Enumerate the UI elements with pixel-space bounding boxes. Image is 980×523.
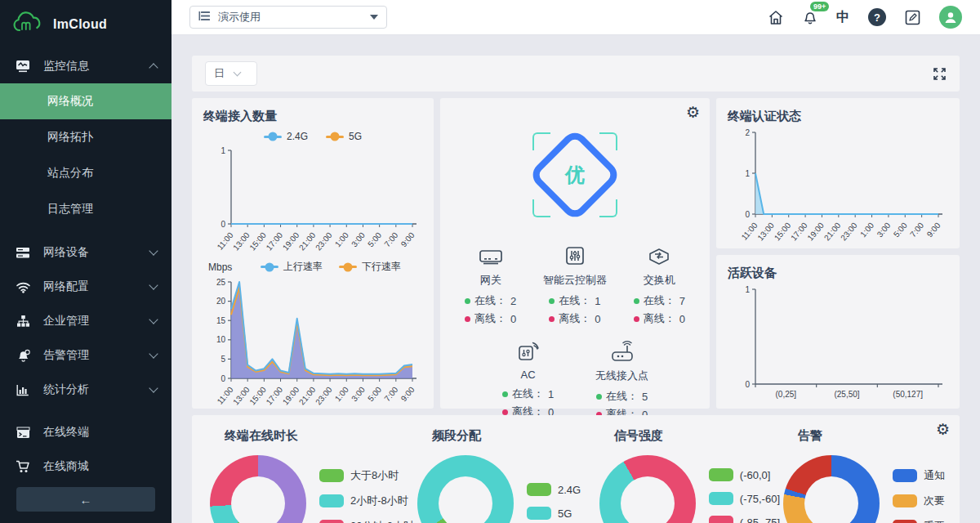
svg-text:19:00: 19:00 — [805, 221, 826, 243]
offline-dot — [465, 316, 470, 322]
online-stat: 在线：1 — [492, 387, 564, 401]
svg-text:19:00: 19:00 — [281, 385, 301, 407]
period-select[interactable]: 日 — [205, 61, 257, 86]
svg-text:23:00: 23:00 — [314, 230, 334, 253]
svg-text:11:00: 11:00 — [215, 385, 234, 406]
y-axis-unit: Mbps — [208, 262, 232, 273]
svg-text:15:00: 15:00 — [773, 221, 793, 243]
network-device-icon — [15, 247, 31, 259]
section-title: 信号强度 — [614, 428, 780, 444]
cloud-controller-icon — [539, 242, 611, 266]
sidebar-item-network-config[interactable]: 网络配置 — [0, 270, 172, 304]
feedback-edit-icon[interactable] — [905, 10, 920, 25]
legend-item[interactable]: 5G — [527, 507, 581, 520]
offline-dot — [502, 409, 508, 415]
online-stat: 在线：1 — [539, 293, 611, 308]
legend-item[interactable]: 重要 — [893, 519, 945, 523]
legend-item[interactable]: (-85,-75] — [709, 516, 780, 523]
rate-chart: 051015202511:0013:0015:0017:0019:0021:00… — [203, 274, 422, 411]
avatar[interactable] — [939, 6, 962, 29]
chevron-down-icon — [149, 349, 158, 358]
section-title: 终端在线时长 — [225, 428, 414, 444]
gear-icon[interactable]: ⚙ — [686, 105, 700, 120]
svg-text:1:00: 1:00 — [333, 230, 350, 248]
collapse-arrow-icon: ← — [80, 493, 92, 507]
card-title: 终端接入数量 — [203, 109, 422, 124]
legend-uplink[interactable]: 上行速率 — [261, 260, 323, 274]
svg-text:5:00: 5:00 — [366, 385, 383, 403]
device-gateway: 网关 在线：2 离线：0 — [455, 242, 527, 326]
sidebar-item-online-terminals[interactable]: 在线终端 — [0, 415, 172, 449]
language-icon[interactable]: 中 — [836, 9, 849, 26]
gateway-icon — [455, 242, 527, 266]
svg-text:21:00: 21:00 — [822, 221, 843, 243]
network-overview-card: ⚙ 优 网关 在线：2 — [440, 98, 710, 409]
chevron-up-icon — [149, 63, 158, 72]
online-dot — [465, 298, 470, 304]
sidebar-item-network-topology[interactable]: 网络拓扑 — [0, 119, 172, 155]
chevron-down-icon — [234, 69, 242, 77]
device-cloud-controller: 智能云控制器 在线：1 离线：0 — [539, 242, 611, 326]
svg-text:11:00: 11:00 — [215, 230, 234, 252]
svg-text:7:00: 7:00 — [382, 385, 399, 403]
legend-item[interactable]: 通知 — [893, 468, 945, 483]
sidebar-item-enterprise[interactable]: 企业管理 — [0, 304, 172, 338]
svg-text:1:00: 1:00 — [858, 221, 875, 239]
sidebar-item-online-mall[interactable]: 在线商城 — [0, 449, 172, 482]
svg-text:0: 0 — [220, 220, 225, 229]
svg-text:5:00: 5:00 — [892, 221, 909, 239]
legend-item[interactable]: 2.4G — [527, 483, 581, 496]
help-icon[interactable]: ? — [868, 8, 886, 26]
fullscreen-icon[interactable] — [933, 67, 947, 81]
terminal-access-chart: 0111:0013:0015:0017:0019:0021:0023:001:0… — [203, 142, 422, 257]
sidebar-item-statistics[interactable]: 统计分析 — [0, 373, 172, 407]
sidebar-item-monitoring[interactable]: 监控信息 — [0, 49, 172, 83]
home-icon[interactable] — [768, 10, 784, 25]
offline-dot — [634, 316, 639, 322]
legend-item[interactable]: 大于8小时 — [319, 468, 414, 483]
svg-text:25: 25 — [216, 278, 226, 287]
logo: ImCloud — [0, 0, 172, 49]
svg-text:17:00: 17:00 — [265, 230, 285, 253]
sidebar-item-network-devices[interactable]: 网络设备 — [0, 235, 172, 270]
section-title: 频段分配 — [432, 428, 596, 444]
org-selector[interactable]: 演示使用 — [189, 6, 387, 29]
online-dot — [634, 298, 639, 304]
svg-text:2: 2 — [745, 128, 750, 137]
ac-icon — [492, 337, 564, 362]
sidebar-collapse-button[interactable]: ← — [16, 487, 155, 512]
sidebar-item-log-management[interactable]: 日志管理 — [0, 191, 172, 227]
legend-5g[interactable]: 5G — [326, 131, 362, 142]
svg-text:(50,127]: (50,127] — [893, 390, 923, 399]
legend-item[interactable]: 30分钟-2小时 — [319, 519, 414, 523]
online-duration-donut — [210, 455, 306, 523]
active-devices-chart: 01(0,25](25,50](50,127] — [728, 281, 948, 405]
grade-text: 优 — [565, 162, 585, 188]
sidebar: ImCloud 监控信息 网络概况 网络拓扑 站点分布 日志管理 网络设备 网络… — [0, 0, 172, 523]
sidebar-item-network-overview[interactable]: 网络概况 — [0, 83, 172, 119]
svg-text:21:00: 21:00 — [297, 385, 318, 407]
terminal-access-card: 终端接入数量 2.4G 5G 0111:0013:0015:0017:0019:… — [192, 98, 434, 409]
svg-text:0: 0 — [220, 374, 225, 383]
device-ac: AC 在线：1 离线：0 — [492, 337, 564, 422]
svg-text:5:00: 5:00 — [366, 230, 383, 248]
org-tree-icon — [15, 315, 31, 328]
dashboard-content: 日 终端接入数量 2.4G 5G — [172, 35, 980, 523]
dashboard-toolbar: 日 — [192, 56, 960, 92]
svg-text:13:00: 13:00 — [231, 385, 252, 407]
svg-text:15: 15 — [216, 316, 226, 325]
sidebar-item-alarm-management[interactable]: 告警管理 — [0, 338, 172, 373]
legend-downlink[interactable]: 下行速率 — [339, 260, 401, 274]
legend-item[interactable]: 次要 — [893, 494, 945, 508]
sidebar-item-label: 监控信息 — [43, 59, 89, 74]
legend-item[interactable]: 2小时-8小时 — [319, 494, 414, 508]
notification-bell-icon[interactable]: 99+ — [803, 9, 817, 25]
svg-text:21:00: 21:00 — [297, 230, 318, 253]
signal-strength-donut — [599, 455, 696, 523]
legend-item[interactable]: (-75,-60] — [709, 492, 780, 505]
svg-text:3:00: 3:00 — [350, 385, 367, 403]
sidebar-item-site-distribution[interactable]: 站点分布 — [0, 155, 172, 191]
online-stat: 在线：7 — [623, 293, 695, 308]
legend-2-4g[interactable]: 2.4G — [264, 131, 308, 142]
legend-item[interactable]: (-60,0] — [709, 468, 780, 481]
